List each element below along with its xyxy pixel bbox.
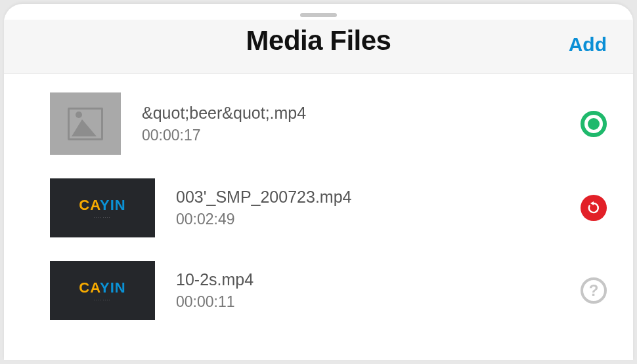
list-item[interactable]: CAYIN ‧‧‧‧ ‧‧‧‧ 003'_SMP_200723.mp4 00:0… (4, 167, 633, 249)
file-meta: 10-2s.mp4 00:00:11 (155, 270, 581, 311)
thumbnail-placeholder (50, 92, 121, 155)
thumbnail-cayin: CAYIN ‧‧‧‧ ‧‧‧‧ (50, 261, 155, 320)
file-duration: 00:02:49 (176, 211, 581, 228)
list-item[interactable]: &quot;beer&quot;.mp4 00:00:17 (4, 81, 633, 167)
file-meta: &quot;beer&quot;.mp4 00:00:17 (121, 104, 581, 144)
image-placeholder-icon (68, 108, 103, 140)
refresh-arrow-icon (586, 200, 602, 216)
drag-handle[interactable] (300, 13, 337, 17)
file-list: &quot;beer&quot;.mp4 00:00:17 CAYIN ‧‧‧‧… (4, 74, 633, 332)
file-name: 10-2s.mp4 (176, 270, 581, 289)
file-name: 003'_SMP_200723.mp4 (176, 188, 581, 207)
file-duration: 00:00:11 (176, 293, 581, 311)
status-refresh-icon[interactable] (581, 195, 607, 221)
header: Media Files Add (4, 20, 633, 74)
svg-marker-0 (590, 201, 594, 205)
list-item[interactable]: CAYIN ‧‧‧‧ ‧‧‧‧ 10-2s.mp4 00:00:11 ? (4, 249, 633, 332)
cayin-logo-sub: ‧‧‧‧ ‧‧‧‧ (94, 215, 111, 219)
status-unknown-icon[interactable]: ? (581, 277, 607, 304)
media-files-panel: Media Files Add &quot;beer&quot;.mp4 00:… (4, 4, 633, 360)
cayin-logo-sub: ‧‧‧‧ ‧‧‧‧ (94, 298, 111, 302)
add-button[interactable]: Add (569, 33, 607, 56)
file-meta: 003'_SMP_200723.mp4 00:02:49 (155, 188, 581, 228)
cayin-logo-icon: CAYIN (79, 279, 125, 296)
page-title: Media Files (246, 25, 391, 56)
file-name: &quot;beer&quot;.mp4 (142, 104, 581, 123)
status-selected-icon[interactable] (581, 111, 607, 137)
file-duration: 00:00:17 (142, 127, 581, 144)
cayin-logo-icon: CAYIN (79, 197, 125, 214)
thumbnail-cayin: CAYIN ‧‧‧‧ ‧‧‧‧ (50, 178, 155, 237)
